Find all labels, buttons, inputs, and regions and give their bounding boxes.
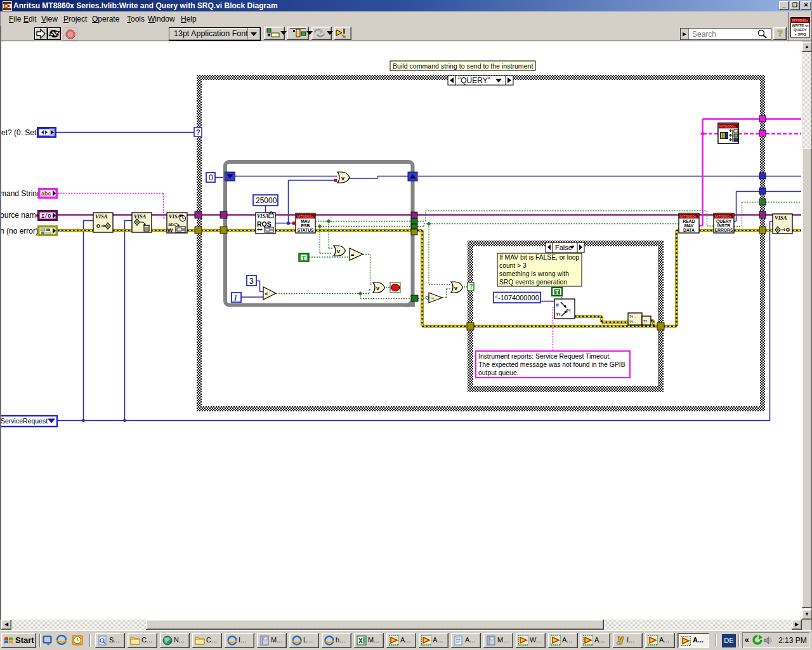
svg-text:INSTR: INSTR xyxy=(717,223,730,228)
svg-text:-1074000000: -1074000000 xyxy=(498,294,539,302)
svg-text:READ: READ xyxy=(683,219,695,223)
svg-text:The expected message was not f: The expected message was not found in th… xyxy=(478,361,625,368)
svg-text:count > 3: count > 3 xyxy=(499,262,527,269)
svg-text:MT8860x: MT8860x xyxy=(297,214,314,218)
svg-text:DATA: DATA xyxy=(683,228,695,232)
svg-text:ESB: ESB xyxy=(301,223,310,228)
svg-text:T: T xyxy=(302,255,306,262)
svg-text:?!: ?! xyxy=(643,319,647,323)
svg-text:SRQ events generation: SRQ events generation xyxy=(499,279,567,286)
svg-text:VISA: VISA xyxy=(775,215,787,221)
svg-text:3: 3 xyxy=(249,277,254,286)
svg-text:"QUERY": "QUERY" xyxy=(458,76,490,85)
svg-text:VISA: VISA xyxy=(134,213,147,220)
svg-text:ource name: ource name xyxy=(0,211,41,220)
svg-text:ERRORS: ERRORS xyxy=(714,228,733,232)
svg-text:?!→: ?!→ xyxy=(629,315,637,319)
svg-text:?: ? xyxy=(469,283,473,290)
svg-text:Build command string to send t: Build command string to send to the inst… xyxy=(393,62,533,70)
svg-text:et? (0: Set): et? (0: Set) xyxy=(1,128,39,137)
svg-text:ServiceRequest: ServiceRequest xyxy=(1,417,48,425)
svg-text:MAV: MAV xyxy=(301,219,310,223)
svg-text:Instrument reports: Service Re: Instrument reports: Service Request Time… xyxy=(478,353,611,360)
svg-text:VISA: VISA xyxy=(257,213,269,219)
svg-text:¬: ¬ xyxy=(431,295,434,301)
svg-text:If MAV bit is FALSE, or loop: If MAV bit is FALSE, or loop xyxy=(499,254,580,261)
svg-text:25000: 25000 xyxy=(256,196,277,205)
svg-text:v: v xyxy=(337,248,340,255)
svg-text:T: T xyxy=(556,289,560,295)
svg-text:?!: ?! xyxy=(556,312,561,317)
svg-text:I/O: I/O xyxy=(41,213,51,220)
svg-text:VISA: VISA xyxy=(95,213,108,220)
svg-text:RQS: RQS xyxy=(257,220,272,228)
svg-text:v: v xyxy=(376,285,379,291)
svg-text:MAV: MAV xyxy=(684,223,694,228)
svg-text:VISA: VISA xyxy=(169,213,181,220)
svg-text:mand String: mand String xyxy=(0,189,41,198)
svg-text:v: v xyxy=(454,285,457,291)
svg-text:something is wrong with: something is wrong with xyxy=(499,270,569,277)
svg-text:?!→: ?!→ xyxy=(629,320,637,324)
svg-text:False: False xyxy=(555,244,572,251)
svg-text:n (no error): n (no error) xyxy=(0,227,38,235)
svg-text:MT8860x: MT8860x xyxy=(719,124,737,128)
svg-text:0: 0 xyxy=(209,173,213,182)
svg-text:STATUS: STATUS xyxy=(297,228,314,232)
svg-text:abc: abc xyxy=(168,222,176,227)
svg-text:#: # xyxy=(556,302,559,308)
svg-text:<: < xyxy=(265,291,268,297)
svg-text:v: v xyxy=(341,175,344,182)
svg-text:d: d xyxy=(495,295,497,299)
svg-text:W: W xyxy=(167,227,173,234)
svg-text:abc: abc xyxy=(41,190,51,197)
svg-text:output queue.: output queue. xyxy=(478,369,519,376)
svg-text:=: = xyxy=(351,252,354,258)
svg-text:MT8860x: MT8860x xyxy=(680,214,697,218)
svg-text:MT8860x: MT8860x xyxy=(715,214,732,218)
svg-text:?: ? xyxy=(196,128,200,136)
